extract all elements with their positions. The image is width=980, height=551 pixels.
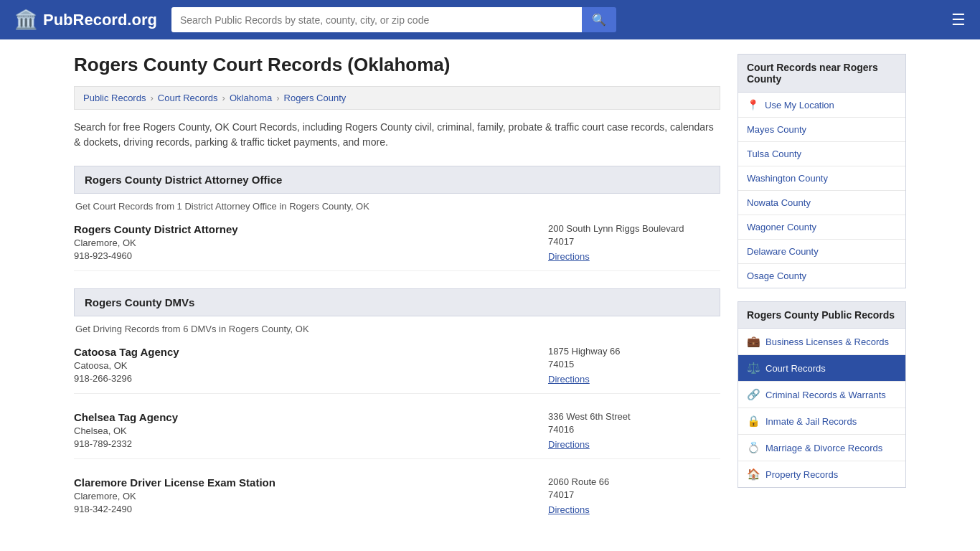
pr-criminal-label: Criminal Records & Warrants: [765, 390, 886, 400]
record-name-dmv-1: Chelsea Tag Agency: [74, 411, 534, 423]
breadcrumb-oklahoma[interactable]: Oklahoma: [230, 93, 272, 103]
pr-business[interactable]: 💼 Business Licenses & Records: [738, 329, 905, 355]
logo-text: PubRecord.org: [43, 11, 157, 29]
nearby-washington[interactable]: Washington County: [738, 166, 905, 191]
main-container: Rogers County Court Records (Oklahoma) P…: [60, 39, 920, 551]
lock-icon: 🔒: [747, 415, 760, 428]
nearby-box: Court Records near Rogers County 📍 Use M…: [738, 54, 906, 288]
breadcrumb-public-records[interactable]: Public Records: [83, 93, 146, 103]
record-phone-dmv-2: 918-342-2490: [74, 504, 534, 514]
record-city-dmv-2: Claremore, OK: [74, 491, 534, 501]
record-left-dmv-2: Claremore Driver License Exam Station Cl…: [74, 476, 534, 515]
site-header: 🏛️ PubRecord.org 🔍 ☰: [0, 0, 980, 39]
breadcrumb-court-records[interactable]: Court Records: [158, 93, 218, 103]
search-input[interactable]: [171, 7, 582, 32]
record-right-dmv-2: 2060 Route 66 74017 Directions: [534, 476, 720, 515]
record-zip-da: 74017: [548, 236, 720, 247]
record-entry-dmv-1: Chelsea Tag Agency Chelsea, OK 918-789-2…: [74, 411, 720, 459]
record-name-da: Rogers County District Attorney: [74, 223, 534, 235]
sidebar: Court Records near Rogers County 📍 Use M…: [738, 54, 906, 541]
pr-property-label: Property Records: [765, 469, 838, 480]
directions-link-dmv-1[interactable]: Directions: [548, 439, 590, 450]
directions-link-da[interactable]: Directions: [548, 251, 590, 262]
pr-court-label: Court Records: [765, 363, 826, 374]
nearby-delaware[interactable]: Delaware County: [738, 240, 905, 264]
house-icon: 🏠: [747, 468, 760, 481]
pr-court[interactable]: ⚖️ Court Records: [738, 355, 905, 382]
nearby-tulsa-label: Tulsa County: [747, 149, 801, 159]
nearby-title: Court Records near Rogers County: [738, 54, 906, 93]
pr-criminal[interactable]: 🔗 Criminal Records & Warrants: [738, 382, 905, 408]
main-content: Rogers County Court Records (Oklahoma) P…: [74, 54, 720, 541]
public-records-box: Rogers County Public Records 💼 Business …: [738, 301, 906, 488]
breadcrumb-rogers-county[interactable]: Rogers County: [284, 93, 347, 103]
search-button[interactable]: 🔍: [582, 7, 616, 32]
pr-marriage-label: Marriage & Divorce Records: [765, 443, 882, 453]
record-zip-dmv-1: 74016: [548, 424, 720, 435]
section-header-dmv: Rogers County DMVs: [74, 288, 720, 316]
nearby-delaware-label: Delaware County: [747, 246, 819, 257]
record-entry-dmv-0: Catoosa Tag Agency Catoosa, OK 918-266-3…: [74, 346, 720, 394]
pr-inmate[interactable]: 🔒 Inmate & Jail Records: [738, 408, 905, 435]
record-address-da: 200 South Lynn Riggs Boulevard: [548, 223, 720, 234]
nearby-wagoner-label: Wagoner County: [747, 222, 816, 232]
record-address-dmv-0: 1875 Highway 66: [548, 346, 720, 357]
nearby-nowata-label: Nowata County: [747, 197, 811, 208]
record-left-dmv-0: Catoosa Tag Agency Catoosa, OK 918-266-3…: [74, 346, 534, 385]
directions-link-dmv-0[interactable]: Directions: [548, 374, 590, 385]
record-entry-dmv-2: Claremore Driver License Exam Station Cl…: [74, 476, 720, 524]
scales-icon: ⚖️: [747, 362, 760, 375]
pr-business-label: Business Licenses & Records: [765, 336, 889, 347]
breadcrumb-sep-1: ›: [150, 93, 153, 103]
page-title: Rogers County Court Records (Oklahoma): [74, 54, 720, 76]
record-left-dmv-1: Chelsea Tag Agency Chelsea, OK 918-789-2…: [74, 411, 534, 450]
section-desc-da: Get Court Records from 1 District Attorn…: [74, 201, 720, 212]
breadcrumb-sep-3: ›: [276, 93, 279, 103]
nearby-washington-label: Washington County: [747, 173, 828, 184]
nearby-tulsa[interactable]: Tulsa County: [738, 142, 905, 166]
record-entry-da: Rogers County District Attorney Claremor…: [74, 223, 720, 271]
record-left-da: Rogers County District Attorney Claremor…: [74, 223, 534, 262]
nearby-list: 📍 Use My Location Mayes County Tulsa Cou…: [738, 93, 906, 288]
record-phone-dmv-1: 918-789-2332: [74, 438, 534, 449]
ring-icon: 💍: [747, 441, 760, 454]
nearby-mayes[interactable]: Mayes County: [738, 118, 905, 142]
record-right-dmv-0: 1875 Highway 66 74015 Directions: [534, 346, 720, 385]
page-description: Search for free Rogers County, OK Court …: [74, 120, 720, 150]
record-zip-dmv-2: 74017: [548, 489, 720, 500]
section-desc-dmv: Get Driving Records from 6 DMVs in Roger…: [74, 324, 720, 334]
pr-marriage[interactable]: 💍 Marriage & Divorce Records: [738, 435, 905, 461]
directions-link-dmv-2[interactable]: Directions: [548, 504, 590, 515]
record-address-dmv-1: 336 West 6th Street: [548, 411, 720, 422]
nearby-osage-label: Osage County: [747, 270, 806, 281]
nearby-use-location[interactable]: 📍 Use My Location: [738, 93, 905, 118]
record-right-dmv-1: 336 West 6th Street 74016 Directions: [534, 411, 720, 450]
link-icon: 🔗: [747, 388, 760, 401]
use-my-location-label: Use My Location: [765, 100, 834, 110]
breadcrumb: Public Records › Court Records › Oklahom…: [74, 86, 720, 110]
record-right-da: 200 South Lynn Riggs Boulevard 74017 Dir…: [534, 223, 720, 262]
record-phone-da: 918-923-4960: [74, 250, 534, 261]
pr-inmate-label: Inmate & Jail Records: [765, 416, 857, 427]
record-name-dmv-0: Catoosa Tag Agency: [74, 346, 534, 358]
pr-property[interactable]: 🏠 Property Records: [738, 461, 905, 487]
nearby-wagoner[interactable]: Wagoner County: [738, 215, 905, 240]
record-name-dmv-2: Claremore Driver License Exam Station: [74, 476, 534, 489]
section-header-da: Rogers County District Attorney Office: [74, 166, 720, 194]
menu-button[interactable]: ☰: [951, 11, 966, 29]
briefcase-icon: 💼: [747, 335, 760, 348]
nearby-osage[interactable]: Osage County: [738, 264, 905, 288]
nearby-nowata[interactable]: Nowata County: [738, 191, 905, 215]
nearby-mayes-label: Mayes County: [747, 124, 806, 135]
record-address-dmv-2: 2060 Route 66: [548, 476, 720, 487]
logo-icon: 🏛️: [14, 9, 37, 31]
location-pin-icon: 📍: [747, 99, 759, 110]
public-records-title: Rogers County Public Records: [738, 301, 906, 329]
search-bar: 🔍: [171, 7, 616, 32]
breadcrumb-sep-2: ›: [222, 93, 225, 103]
record-city-dmv-1: Chelsea, OK: [74, 425, 534, 436]
record-phone-dmv-0: 918-266-3296: [74, 373, 534, 384]
public-records-list: 💼 Business Licenses & Records ⚖️ Court R…: [738, 329, 906, 488]
site-logo[interactable]: 🏛️ PubRecord.org: [14, 9, 157, 31]
record-city-dmv-0: Catoosa, OK: [74, 360, 534, 371]
